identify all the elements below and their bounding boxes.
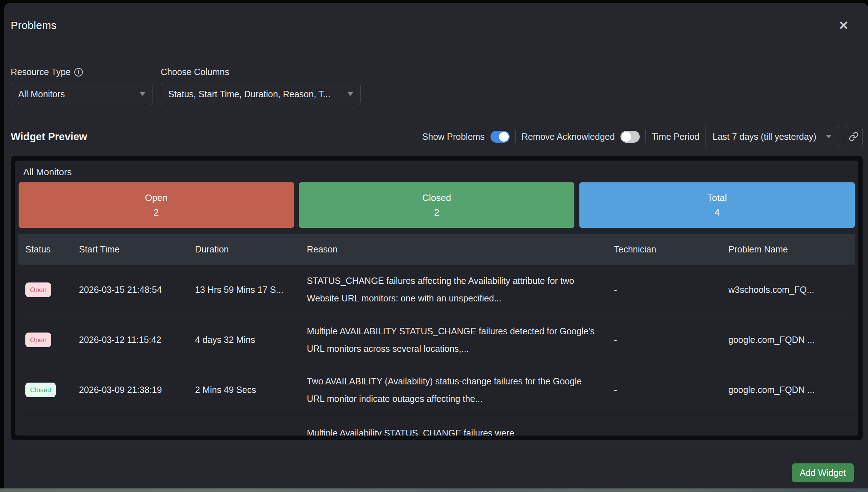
card-value: 4	[714, 207, 719, 218]
divider	[645, 130, 646, 143]
resource-type-label: Resource Type i	[11, 67, 153, 77]
cell-problem-name: google.com_FQDN ...	[728, 335, 855, 345]
choose-columns-value: Status, Start Time, Duration, Reason, T.…	[168, 89, 330, 99]
table-row[interactable]: Multiple Availability STATUS_CHANGE fail…	[18, 415, 855, 436]
link-chain-icon[interactable]	[845, 126, 863, 147]
choose-columns-select[interactable]: Status, Start Time, Duration, Reason, T.…	[161, 83, 361, 105]
cell-reason: Two AVAILABILITY (Availability) status-c…	[307, 373, 614, 408]
cell-problem-name: google.com_FQDN ...	[728, 385, 855, 395]
cell-start-time: 2026-03-15 21:48:54	[79, 285, 195, 295]
cell-technician: -	[614, 335, 728, 345]
status-badge: Open	[25, 282, 51, 297]
preview-title: Widget Preview	[11, 131, 87, 143]
card-label: Closed	[422, 192, 451, 203]
preview-heading-row: Widget Preview Show Problems Remove Ackn…	[11, 126, 863, 147]
panel-title: All Monitors	[15, 161, 858, 182]
time-period-select[interactable]: Last 7 days (till yesterday)	[705, 126, 839, 147]
info-icon: i	[74, 68, 83, 77]
cell-start-time: 2026-03-09 21:38:19	[79, 385, 195, 395]
header-problem-name: Problem Name	[728, 244, 855, 255]
card-label: Total	[707, 192, 727, 203]
resource-type-group: Resource Type i All Monitors	[11, 67, 153, 105]
show-problems-label: Show Problems	[422, 132, 485, 142]
summary-cards-row: Open 2 Closed 2 Total 4	[15, 182, 858, 228]
resource-type-select[interactable]: All Monitors	[11, 83, 153, 105]
problems-modal: Problems ✕ Resource Type i All Monitors …	[4, 3, 868, 488]
cell-technician: -	[614, 285, 728, 295]
background-page-strip	[0, 488, 868, 492]
cell-start-time: 2026-03-12 11:15:42	[79, 335, 195, 345]
toggle-knob	[622, 132, 631, 142]
header-start-time: Start Time	[79, 244, 195, 255]
controls-row: Resource Type i All Monitors Choose Colu…	[4, 48, 868, 105]
modal-footer: Add Widget	[4, 451, 868, 488]
remove-acknowledged-label: Remove Acknowledged	[522, 132, 615, 142]
cell-reason: STATUS_CHANGE failures affecting the Ava…	[307, 272, 614, 307]
cell-problem-name: w3schools.com_FQ...	[728, 285, 855, 295]
widget-preview-shell: All Monitors Open 2 Closed 2 Total 4 Sta…	[11, 156, 863, 440]
table-row[interactable]: Open 2026-03-15 21:48:54 13 Hrs 59 Mins …	[18, 265, 855, 315]
header-status: Status	[18, 244, 79, 255]
table-row[interactable]: Open 2026-03-12 11:15:42 4 days 32 Mins …	[18, 315, 855, 365]
card-value: 2	[154, 207, 159, 218]
divider	[515, 130, 516, 143]
preview-controls: Show Problems Remove Acknowledged Time P…	[422, 126, 863, 147]
status-badge: Open	[25, 333, 51, 347]
toggle-knob	[499, 132, 509, 142]
resource-type-value: All Monitors	[18, 89, 65, 99]
card-label: Open	[145, 192, 168, 203]
header-duration: Duration	[195, 244, 307, 255]
header-reason: Reason	[307, 241, 614, 258]
close-icon[interactable]: ✕	[839, 19, 849, 31]
chevron-down-icon	[348, 92, 353, 96]
cell-duration: 4 days 32 Mins	[195, 335, 307, 345]
show-problems-toggle[interactable]	[490, 131, 510, 143]
cell-technician: -	[614, 385, 728, 395]
cell-reason: Multiple AVAILABILITY STATUS_CHANGE fail…	[307, 323, 614, 358]
table-header: Status Start Time Duration Reason Techni…	[18, 234, 855, 265]
card-value: 2	[434, 207, 439, 218]
open-summary-card[interactable]: Open 2	[19, 182, 294, 228]
remove-acknowledged-toggle[interactable]	[620, 131, 640, 143]
time-period-label: Time Period	[652, 132, 699, 142]
table-row[interactable]: Closed 2026-03-09 21:38:19 2 Mins 49 Sec…	[18, 365, 855, 415]
modal-title: Problems	[11, 19, 56, 31]
choose-columns-group: Choose Columns Status, Start Time, Durat…	[161, 67, 361, 105]
header-technician: Technician	[614, 244, 728, 255]
chevron-down-icon	[826, 135, 832, 138]
total-summary-card[interactable]: Total 4	[579, 182, 855, 228]
widget-preview-panel: All Monitors Open 2 Closed 2 Total 4 Sta…	[15, 161, 858, 436]
problems-table: Status Start Time Duration Reason Techni…	[18, 234, 855, 436]
choose-columns-label: Choose Columns	[161, 67, 361, 77]
cell-reason: Multiple Availability STATUS_CHANGE fail…	[307, 415, 614, 436]
modal-header: Problems ✕	[4, 3, 868, 48]
time-period-value: Last 7 days (till yesterday)	[713, 132, 816, 142]
cell-duration: 2 Mins 49 Secs	[195, 385, 307, 395]
closed-summary-card[interactable]: Closed 2	[299, 182, 574, 228]
cell-duration: 13 Hrs 59 Mins 17 S...	[195, 285, 307, 295]
chevron-down-icon	[140, 92, 145, 96]
add-widget-button[interactable]: Add Widget	[792, 463, 854, 482]
status-badge: Closed	[25, 383, 56, 397]
